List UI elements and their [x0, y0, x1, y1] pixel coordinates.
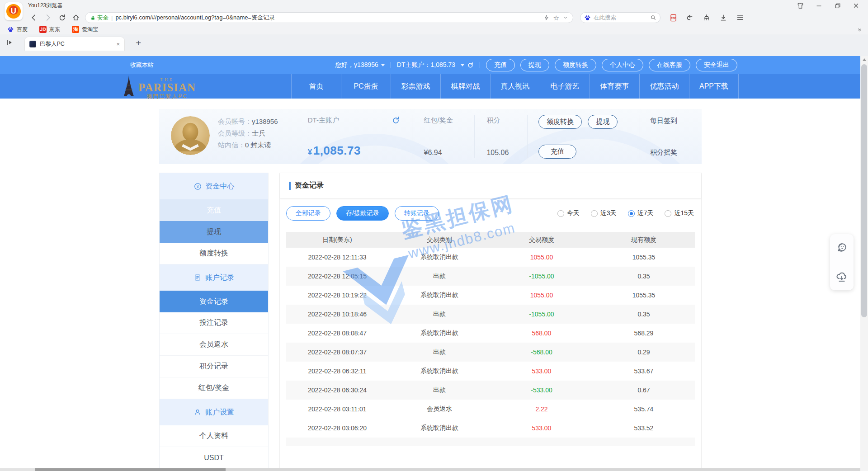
customer-service-icon[interactable] — [830, 235, 854, 260]
tab-close-icon[interactable]: × — [116, 41, 120, 47]
topbar-button-0[interactable]: 充值 — [486, 59, 515, 71]
sidebar-item-2[interactable]: 提现 — [160, 221, 268, 243]
pdf-tool-icon[interactable]: PDF — [668, 13, 678, 23]
nav-item-3[interactable]: 棋牌对战 — [440, 74, 490, 99]
page-scrollbar[interactable] — [860, 56, 868, 471]
home-icon[interactable] — [71, 13, 81, 23]
topbar-button-3[interactable]: 个人中心 — [602, 59, 643, 71]
type-cell: 出款 — [388, 348, 491, 356]
sidebar-item-6[interactable]: 投注记录 — [160, 312, 268, 334]
wallet-balance-value: 1,085.73 — [313, 144, 361, 157]
nav-item-6[interactable]: 体育赛事 — [590, 74, 639, 99]
bookmark-baidu[interactable]: 百度 — [7, 26, 28, 33]
download-icon[interactable] — [718, 13, 728, 23]
browser-tab[interactable]: 巴黎人PC × — [24, 37, 125, 51]
new-tab-button[interactable]: + — [136, 38, 141, 47]
deposit-button[interactable]: 充值 — [538, 145, 576, 159]
topbar-button-4[interactable]: 在线客服 — [649, 59, 690, 71]
topbar-button-5[interactable]: 安全退出 — [696, 59, 737, 71]
inbox-count: 0 — [245, 141, 249, 149]
search-box[interactable]: 在此搜索 — [580, 12, 660, 23]
radio-unselected-icon[interactable] — [591, 210, 598, 217]
theme-shirt-icon[interactable] — [797, 2, 804, 9]
bookmark-star-icon[interactable]: ☆ — [553, 14, 559, 21]
nav-item-2[interactable]: 彩票游戏 — [391, 74, 440, 99]
forward-icon[interactable] — [43, 13, 53, 23]
chrome-tools: PDF — [668, 13, 747, 23]
table-header-cell-3: 现有额度 — [593, 236, 695, 244]
minimize-icon[interactable] — [815, 2, 823, 9]
sidebar-item-12[interactable]: USDT — [160, 447, 268, 469]
radio-selected-icon[interactable] — [628, 210, 635, 217]
scrollbar-thumb[interactable] — [861, 64, 867, 317]
sidebar-item-7[interactable]: 会员返水 — [160, 334, 268, 356]
sidebar-item-3[interactable]: 额度转换 — [160, 243, 268, 264]
sidebar-item-label: 额度转换 — [199, 249, 228, 258]
record-tab-0[interactable]: 全部记录 — [286, 206, 330, 221]
address-dropdown-icon[interactable] — [563, 15, 568, 20]
range-option-2[interactable]: 近7天 — [628, 209, 654, 217]
favorite-site-link[interactable]: 收藏本站 — [130, 61, 154, 69]
divider — [391, 62, 391, 68]
taobao-icon: 淘 — [72, 26, 79, 33]
close-icon[interactable] — [852, 2, 860, 9]
nav-item-4[interactable]: 真人视讯 — [490, 74, 540, 99]
sidebar-item-9[interactable]: 红包/奖金 — [160, 377, 268, 399]
panel-header: 资金记录 — [280, 173, 701, 198]
radio-unselected-icon[interactable] — [557, 210, 564, 217]
sidebar-section-0[interactable]: ¥资金中心 — [160, 173, 268, 199]
cleaner-icon[interactable] — [702, 13, 712, 23]
nav-item-8[interactable]: APP下载 — [689, 74, 739, 99]
record-tab-2[interactable]: 转账记录 — [395, 206, 439, 221]
sidebar-section-10[interactable]: 账户设置 — [160, 399, 268, 425]
quick-launch-icon[interactable] — [543, 14, 550, 21]
cloud-download-icon[interactable] — [830, 264, 854, 289]
range-label: 近15天 — [674, 209, 694, 217]
greeting[interactable]: 您好，y138956 — [335, 61, 385, 69]
sidebar-item-label: 资金记录 — [199, 297, 228, 306]
sidebar-item-5[interactable]: 资金记录 — [160, 291, 268, 312]
wallet-refresh-icon[interactable] — [392, 116, 400, 125]
back-icon[interactable] — [29, 13, 39, 23]
restore-icon[interactable] — [834, 2, 841, 9]
nav-item-7[interactable]: 优惠活动 — [639, 74, 689, 99]
sidebar-item-1[interactable]: 充值 — [160, 199, 268, 221]
browser-logo[interactable]: U — [5, 2, 23, 20]
undo-icon[interactable] — [685, 13, 695, 23]
sidebar-section-4[interactable]: 账户记录 — [160, 264, 268, 291]
withdraw-button[interactable]: 提现 — [588, 115, 618, 129]
tab-sidebar-toggle-icon[interactable] — [5, 38, 14, 47]
balance-cell: 0.35 — [593, 311, 695, 318]
search-icon[interactable] — [650, 14, 656, 21]
topbar-button-1[interactable]: 提现 — [520, 59, 549, 71]
greeting-text: 您好，y138956 — [335, 61, 378, 68]
address-bar[interactable]: 安全 | pc.blryl6.com/#/personal/accountLog… — [85, 12, 573, 23]
refresh-icon[interactable] — [57, 13, 67, 23]
screen: U You123浏览器 安全 | pc.blryl6.com/ — [0, 0, 868, 471]
refresh-balance-icon[interactable] — [467, 62, 474, 69]
sidebar-item-8[interactable]: 积分记录 — [160, 356, 268, 377]
sidebar-item-11[interactable]: 个人资料 — [160, 425, 268, 447]
window-title: You123浏览器 — [28, 2, 62, 9]
site-logo[interactable]: THE PARISIAN 澳門巴黎人PC — [121, 75, 196, 98]
nav-item-5[interactable]: 电子游艺 — [540, 74, 590, 99]
nav-item-1[interactable]: PC蛋蛋 — [341, 74, 391, 99]
nav-item-0[interactable]: 首页 — [291, 74, 341, 99]
points-lottery-link[interactable]: 积分摇奖 — [650, 148, 702, 157]
scrollbar-up-icon[interactable] — [860, 56, 868, 63]
url-text: pc.blryl6.com/#/personal/accountLog?tag=… — [115, 14, 540, 22]
radio-unselected-icon[interactable] — [665, 210, 671, 217]
main-account[interactable]: DT主账户：1,085.73 — [397, 61, 474, 69]
inbox-row[interactable]: 站内信：0 封未读 — [218, 141, 278, 150]
topbar-button-2[interactable]: 额度转换 — [555, 59, 596, 71]
bookmark-jd[interactable]: JD 京东 — [39, 26, 60, 33]
range-option-3[interactable]: 近15天 — [665, 209, 694, 217]
record-tab-1[interactable]: 存/提款记录 — [336, 206, 389, 221]
menu-icon[interactable] — [735, 13, 745, 23]
bookmarks-collapse-icon[interactable] — [857, 27, 868, 33]
range-option-0[interactable]: 今天 — [557, 209, 580, 217]
transfer-button[interactable]: 额度转换 — [538, 115, 582, 129]
daily-signin-link[interactable]: 每日签到 — [650, 117, 702, 125]
range-option-1[interactable]: 近3天 — [591, 209, 617, 217]
bookmark-taobao[interactable]: 淘 爱淘宝 — [72, 26, 98, 33]
